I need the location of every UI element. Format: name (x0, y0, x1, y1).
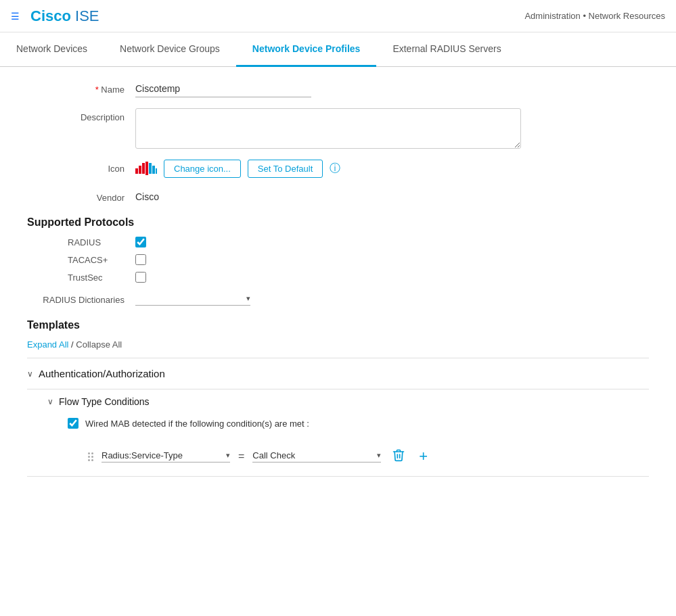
svg-rect-5 (152, 166, 155, 174)
vendor-row: Vendor Cisco (27, 189, 649, 203)
required-star: * (95, 85, 102, 95)
trash-icon (392, 448, 405, 462)
condition-left-wrapper: Radius:Service-Type ▾ (102, 450, 230, 463)
templates-header: Templates (27, 319, 649, 331)
auth-authorization-accordion: ∨ Authentication/Authorization (27, 358, 649, 389)
condition-left-select[interactable]: Radius:Service-Type (102, 450, 223, 460)
radius-dictionaries-select-wrapper: ▾ (135, 293, 250, 306)
tab-external-radius-servers[interactable]: External RADIUS Servers (376, 32, 517, 67)
name-input[interactable] (135, 80, 311, 97)
flow-type-label: Flow Type Conditions (59, 396, 150, 407)
wired-mab-checkbox[interactable] (68, 418, 78, 429)
radius-dictionaries-select[interactable] (135, 293, 244, 304)
svg-rect-3 (145, 162, 148, 175)
main-content: * Name Description Icon Change icon... S… (0, 67, 676, 490)
vendor-label: Vendor (27, 189, 135, 203)
templates-section: Templates Expand All / Collapse All ∨ Au… (27, 319, 649, 477)
collapse-all-link[interactable]: Collapse All (76, 339, 122, 350)
add-condition-button[interactable]: + (416, 445, 430, 468)
logo-ise: ISE (71, 7, 99, 24)
svg-rect-1 (139, 166, 141, 174)
drag-handle[interactable] (88, 452, 93, 461)
protocol-radius-row: RADIUS (27, 237, 649, 247)
protocol-tacacs-row: TACACS+ (27, 254, 649, 265)
flow-type-chevron: ∨ (47, 397, 53, 406)
auth-authorization-chevron: ∨ (27, 369, 33, 379)
expand-all-link[interactable]: Expand All (27, 339, 68, 350)
wired-mab-label: Wired MAB detected if the following cond… (85, 419, 309, 429)
drag-dot-3 (88, 459, 93, 461)
svg-rect-0 (135, 168, 138, 174)
svg-rect-6 (156, 168, 157, 174)
logo-cisco: Cisco (30, 7, 71, 24)
condition-row: Radius:Service-Type ▾ = Call Check ▾ (47, 437, 649, 476)
condition-right-wrapper: Call Check ▾ (252, 450, 381, 463)
wired-mab-row: Wired MAB detected if the following cond… (47, 414, 649, 437)
description-row: Description (27, 108, 649, 149)
info-icon[interactable]: ⓘ (330, 162, 340, 176)
tab-network-device-profiles[interactable]: Network Device Profiles (236, 32, 377, 67)
dot (91, 459, 93, 461)
dot (88, 456, 90, 458)
drag-dot-1 (88, 452, 93, 454)
dot (91, 452, 93, 454)
icon-label: Icon (27, 160, 135, 174)
trustsec-checkbox[interactable] (135, 272, 146, 283)
breadcrumb: Administration • Network Resources (524, 11, 665, 21)
flow-type-header[interactable]: ∨ Flow Type Conditions (47, 389, 649, 414)
protocol-radius-label: RADIUS (68, 237, 135, 247)
cisco-logo-icon (135, 162, 157, 176)
condition-right-select[interactable]: Call Check (252, 450, 374, 460)
description-textarea[interactable] (135, 108, 521, 149)
auth-authorization-label: Authentication/Authorization (39, 368, 165, 379)
radius-dictionaries-chevron: ▾ (246, 294, 250, 303)
dot (88, 452, 90, 454)
condition-left-chevron: ▾ (226, 451, 230, 460)
equals-sign: = (238, 450, 244, 463)
dot (91, 456, 93, 458)
nav-tabs: Network Devices Network Device Groups Ne… (0, 32, 676, 67)
name-label: * Name (27, 80, 135, 95)
tacacs-checkbox[interactable] (135, 254, 146, 265)
tab-network-device-groups[interactable]: Network Device Groups (104, 32, 236, 67)
radius-dictionaries-label: RADIUS Dictionaries (27, 295, 135, 305)
svg-rect-2 (142, 163, 145, 174)
icon-row: Icon Change icon... Set To Default ⓘ (27, 160, 649, 178)
flow-type-accordion: ∨ Flow Type Conditions Wired MAB detecte… (27, 389, 649, 477)
name-field-label: Name (101, 85, 125, 95)
app-logo: Cisco ISE (30, 7, 99, 25)
flow-type-sub-accordion: ∨ Flow Type Conditions Wired MAB detecte… (27, 389, 649, 476)
tab-network-devices[interactable]: Network Devices (0, 32, 104, 67)
protocol-trustsec-row: TrustSec (27, 272, 649, 283)
auth-authorization-header[interactable]: ∨ Authentication/Authorization (27, 358, 649, 389)
hamburger-icon[interactable]: ☰ (11, 11, 20, 22)
radius-checkbox[interactable] (135, 237, 146, 247)
name-row: * Name (27, 80, 649, 97)
condition-right-chevron: ▾ (377, 451, 381, 460)
set-to-default-button[interactable]: Set To Default (248, 160, 323, 178)
change-icon-button[interactable]: Change icon... (164, 160, 241, 178)
delete-condition-button[interactable] (389, 446, 408, 468)
drag-dot-2 (88, 456, 93, 458)
supported-protocols-header: Supported Protocols (27, 216, 649, 229)
protocol-trustsec-label: TrustSec (68, 273, 135, 283)
icon-controls: Change icon... Set To Default ⓘ (135, 160, 340, 178)
radius-dictionaries-row: RADIUS Dictionaries ▾ (27, 293, 649, 306)
app-header: ☰ Cisco ISE Administration • Network Res… (0, 0, 676, 32)
expand-collapse-controls: Expand All / Collapse All (27, 339, 649, 350)
description-label: Description (27, 108, 135, 122)
svg-rect-4 (149, 163, 152, 174)
dot (88, 459, 90, 461)
vendor-value: Cisco (135, 189, 159, 202)
protocol-tacacs-label: TACACS+ (68, 255, 135, 265)
